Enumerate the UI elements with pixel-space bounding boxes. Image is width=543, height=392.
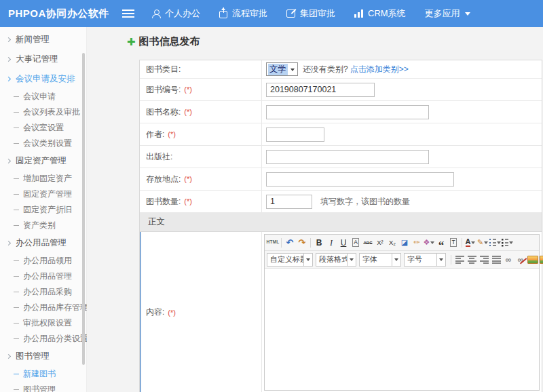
editor-content-area[interactable] xyxy=(265,269,539,390)
subscript-icon[interactable]: X₂ xyxy=(387,237,398,248)
sidebar-item[interactable]: 审批权限设置 xyxy=(0,315,86,331)
top-header: PHPOA协同办公软件 个人办公 流程审批 集团审批 CRM系统 更多应用 xyxy=(0,0,543,27)
html-source-icon: HTML xyxy=(267,240,280,245)
book-name-input[interactable] xyxy=(266,105,429,119)
sidebar-item[interactable]: 会议列表及审批 xyxy=(0,104,86,120)
underline-icon: U xyxy=(341,239,347,247)
add-category-link[interactable]: 点击添加类别>> xyxy=(350,64,409,75)
format-brush-icon[interactable]: ✏ xyxy=(411,237,423,248)
align-left-icon xyxy=(455,255,464,264)
sidebar-item-label: 增加固定资产 xyxy=(23,173,72,184)
unlink-icon[interactable]: ∞ xyxy=(515,254,527,265)
align-center-icon[interactable] xyxy=(466,254,478,265)
sidebar-scrollbar[interactable] xyxy=(82,53,85,365)
font-color-icon[interactable]: A xyxy=(465,237,476,248)
blockquote-icon[interactable]: “ xyxy=(436,237,447,248)
paragraph-format-select[interactable]: 段落格式 xyxy=(316,253,356,267)
custom-title-select[interactable]: 自定义标题 xyxy=(267,253,313,267)
dash-icon xyxy=(14,389,19,390)
dash-icon xyxy=(14,323,19,324)
insert-image-icon[interactable] xyxy=(540,254,543,265)
sidebar-item-label: 办公用品管理 xyxy=(23,271,72,282)
dash-icon xyxy=(14,96,19,97)
sidebar-item[interactable]: 固定资产管理 xyxy=(0,187,86,202)
nav-crm-system[interactable]: CRM系统 xyxy=(354,7,406,20)
sidebar-item[interactable]: 办公用品采购 xyxy=(0,284,86,300)
italic-icon[interactable]: I xyxy=(326,237,337,248)
caret-down-icon xyxy=(484,241,488,246)
ordered-list-icon xyxy=(489,238,496,247)
template-icon[interactable]: T xyxy=(448,237,460,248)
subscript-icon: X₂ xyxy=(389,239,396,246)
storage-location-input[interactable] xyxy=(266,172,454,187)
sidebar-item[interactable]: 大事记管理 xyxy=(0,50,86,69)
sidebar-item-label: 新闻管理 xyxy=(16,34,50,45)
required-mark: (*) xyxy=(184,197,192,205)
required-mark: (*) xyxy=(184,175,192,183)
sidebar-item[interactable]: 会议类别设置 xyxy=(0,136,86,151)
label-text: 图书名称: xyxy=(146,106,181,118)
align-left-icon[interactable] xyxy=(454,254,466,265)
field-label: 存放地点: (*) xyxy=(140,168,262,190)
author-input[interactable] xyxy=(266,128,324,142)
sidebar-item[interactable]: 图书管理 xyxy=(0,347,86,366)
sidebar-item[interactable]: 资产类别 xyxy=(0,218,86,233)
sidebar-item[interactable]: 增加固定资产 xyxy=(0,171,86,187)
eraser-icon[interactable]: ◪ xyxy=(399,237,411,248)
nav-group-approval[interactable]: 集团审批 xyxy=(286,7,335,20)
fill-color-icon[interactable]: ❖ xyxy=(424,237,435,248)
ordered-list-icon[interactable] xyxy=(489,237,501,248)
sidebar-item[interactable]: 固定资产折旧 xyxy=(0,202,86,218)
unordered-list-icon xyxy=(502,238,508,247)
superscript-icon[interactable]: X² xyxy=(375,237,386,248)
book-category-select[interactable]: 文学 xyxy=(266,62,298,76)
font-family-select[interactable]: 字体 xyxy=(359,253,401,267)
label-text: 图书数量: xyxy=(146,196,181,208)
sidebar-item-label: 固定资产折旧 xyxy=(23,204,72,216)
sidebar-item[interactable]: 新闻管理 xyxy=(0,30,86,50)
sidebar-item[interactable]: 图书管理 xyxy=(0,382,86,392)
underline-icon[interactable]: U xyxy=(338,237,350,248)
sidebar-item[interactable]: 新建图书 xyxy=(0,366,86,382)
dash-icon xyxy=(14,374,19,374)
bold-icon[interactable]: B xyxy=(314,237,325,248)
html-source-icon[interactable]: HTML xyxy=(267,237,279,248)
sidebar-item[interactable]: 会议申请及安排 xyxy=(0,69,86,89)
format-brush-icon: ✏ xyxy=(413,239,419,246)
align-justify-icon[interactable] xyxy=(491,254,502,265)
nav-personal-office[interactable]: 个人办公 xyxy=(152,7,200,20)
sidebar-item[interactable]: 办公用品管理 xyxy=(0,233,86,253)
sidebar-menu: 新闻管理大事记管理会议申请及安排会议申请会议列表及审批会议室设置会议类别设置固定… xyxy=(0,27,87,392)
sidebar-item-label: 图书管理 xyxy=(23,384,56,392)
menu-toggle-icon[interactable] xyxy=(122,9,134,18)
strikethrough-icon: ABC xyxy=(364,241,373,245)
sidebar-item[interactable]: 办公用品库存管理 xyxy=(0,300,86,315)
nav-more-apps[interactable]: 更多应用 xyxy=(425,7,470,20)
sidebar-item[interactable]: 会议室设置 xyxy=(0,120,86,136)
sidebar-item-label: 资产类别 xyxy=(23,220,56,231)
template-icon: T xyxy=(450,238,457,247)
align-right-icon[interactable] xyxy=(479,254,490,265)
dash-icon xyxy=(14,307,19,308)
field-label: 出版社: xyxy=(140,146,262,168)
link-icon[interactable]: ∞ xyxy=(503,254,514,265)
undo-icon[interactable]: ↶ xyxy=(284,237,296,248)
font-style-icon[interactable]: A xyxy=(350,237,362,248)
sidebar-item[interactable]: 办公用品领用 xyxy=(0,253,86,269)
strikethrough-icon[interactable]: ABC xyxy=(362,237,374,248)
highlight-pen-icon[interactable]: ✎ xyxy=(477,237,489,248)
sidebar-item[interactable]: 固定资产管理 xyxy=(0,151,86,171)
book-number-input[interactable] xyxy=(266,83,375,97)
font-size-select[interactable]: 字号 xyxy=(404,253,446,267)
sidebar-item[interactable]: 办公用品分类设置 xyxy=(0,331,86,347)
form-row-category: 图书类目: 文学 还没有类别? 点击添加类别>> xyxy=(140,60,542,79)
redo-icon[interactable]: ↷ xyxy=(297,237,308,248)
quantity-input[interactable] xyxy=(266,195,312,209)
image-icon[interactable] xyxy=(527,254,539,265)
unordered-list-icon[interactable] xyxy=(502,237,513,248)
publisher-input[interactable] xyxy=(266,150,429,164)
sidebar-item[interactable]: 办公用品管理 xyxy=(0,269,86,284)
nav-workflow-approval[interactable]: 流程审批 xyxy=(219,7,267,20)
form-row-publisher: 出版社: xyxy=(140,146,542,168)
sidebar-item[interactable]: 会议申请 xyxy=(0,89,86,104)
